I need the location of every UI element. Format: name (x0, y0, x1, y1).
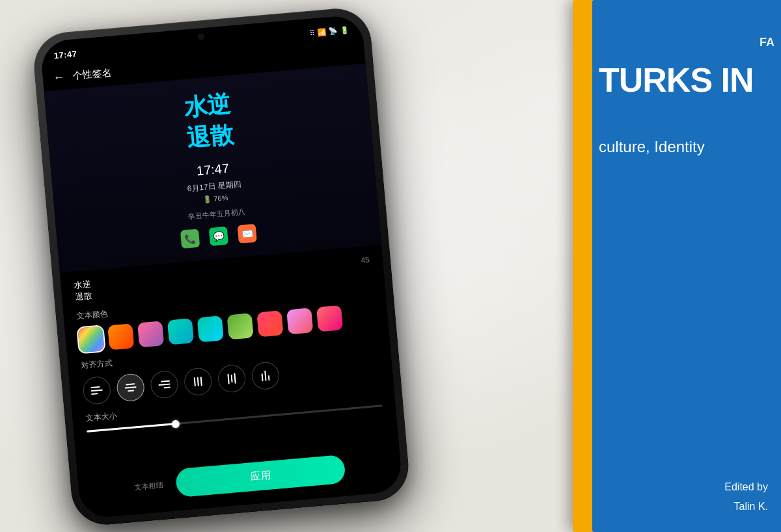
phone-wrapper: 17:47 ⠿ 📶 📡 🔋 ← 个性签名 水逆 退散 17:47 (31, 6, 411, 527)
phone-screen: 17:47 ⠿ 📶 📡 🔋 ← 个性签名 水逆 退散 17:47 (40, 14, 403, 519)
preview-area: 水逆 退散 17:47 6月17日 星期四 🔋 76% 辛丑牛年五月初八 📞 💬… (44, 63, 381, 273)
color-swatch-red[interactable] (256, 311, 283, 338)
align-col2-btn[interactable] (217, 364, 247, 394)
signal-icon: 📶 (317, 27, 327, 36)
char-count: 45 (361, 255, 370, 265)
nav-title: 个性签名 (72, 66, 112, 82)
status-time: 17:47 (53, 49, 77, 60)
color-swatch-pink-purple[interactable] (137, 321, 164, 348)
book-subtitle: culture, Identity (599, 137, 774, 157)
preview-battery: 🔋 76% (202, 194, 228, 204)
phone-body: 17:47 ⠿ 📶 📡 🔋 ← 个性签名 水逆 退散 17:47 (31, 6, 411, 527)
signature-line1: 水逆 (183, 89, 232, 124)
align-col3-btn[interactable] (251, 361, 281, 391)
align-left-btn[interactable] (82, 376, 112, 406)
sig-line2: 退散 (74, 290, 92, 303)
battery-icon: 🔋 (340, 25, 349, 34)
preview-time: 17:47 (196, 161, 230, 178)
quick-icons-row: 📞 💬 ✉️ (180, 224, 257, 248)
book-author: Talin K. (734, 501, 768, 512)
font-bold-label: 文本粗细 (134, 480, 163, 492)
preview-date: 6月17日 星期四 (187, 179, 242, 194)
slider-thumb[interactable] (171, 419, 180, 428)
signature-preview: 水逆 退散 (183, 89, 235, 154)
wifi-icon: 📡 (329, 27, 338, 36)
color-swatch-coral[interactable] (316, 306, 343, 332)
book-title: TURKS IN (599, 62, 774, 99)
status-icons: ⠿ 📶 📡 🔋 (309, 25, 350, 37)
apply-button[interactable]: 应用 (175, 455, 346, 498)
quick-icon-phone[interactable]: 📞 (180, 229, 200, 248)
quick-icon-wechat[interactable]: 💬 (209, 226, 228, 246)
color-swatch-orange[interactable] (107, 324, 134, 351)
align-col1-btn[interactable] (184, 367, 213, 397)
color-swatch-green[interactable] (227, 313, 254, 340)
book-container: FA TURKS IN culture, Identity Edited by … (553, 0, 781, 532)
align-right-btn[interactable] (150, 370, 180, 400)
bluetooth-icon: ⠿ (309, 29, 315, 38)
color-swatch-teal[interactable] (167, 319, 194, 345)
quick-icon-mail[interactable]: ✉️ (238, 224, 257, 243)
book-blue-panel: FA TURKS IN culture, Identity Edited by … (592, 0, 781, 532)
book-edited-by: Edited by (724, 481, 768, 493)
sig-line1: 水逆 (74, 278, 91, 291)
align-center-btn[interactable] (116, 373, 146, 403)
back-button[interactable]: ← (53, 70, 66, 84)
signature-input-text[interactable]: 水逆 退散 (74, 278, 92, 304)
color-swatch-blue-green[interactable] (197, 316, 224, 343)
settings-area: 水逆 退散 45 文本颜色 (60, 245, 403, 519)
color-swatch-pink[interactable] (286, 308, 313, 335)
preview-calendar: 辛丑牛年五月初八 (187, 207, 245, 222)
signature-line2: 退散 (185, 120, 235, 154)
slider-fill (87, 423, 176, 432)
book-fa-label: FA (760, 36, 774, 49)
color-swatch-rainbow[interactable] (77, 326, 104, 353)
